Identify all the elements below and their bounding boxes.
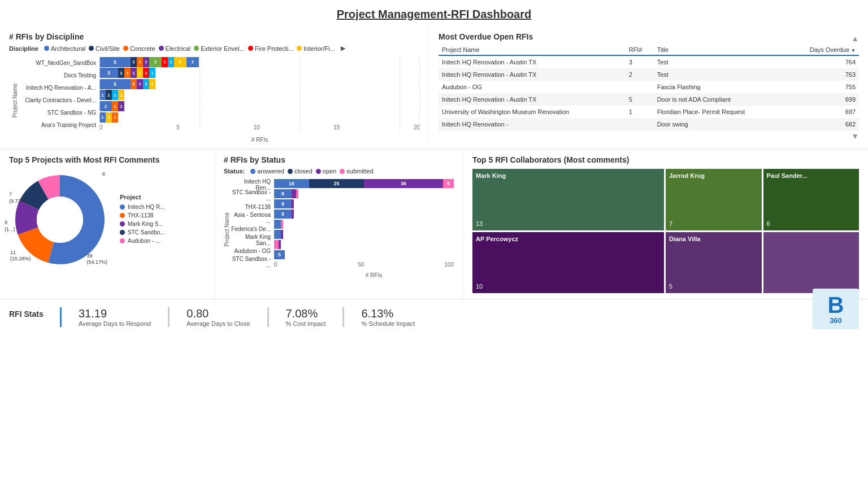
bar-label-5: Ana's Training Project xyxy=(20,119,96,131)
stat-value-respond: 31.19 xyxy=(79,307,151,320)
status-bar-6 xyxy=(274,240,454,249)
bar-row-4: 2 1 1 xyxy=(99,101,420,111)
stats-label: RFI Stats xyxy=(9,307,54,319)
scroll-up-icon[interactable]: ▲ xyxy=(851,34,859,43)
col-rfi: RFI# xyxy=(626,45,654,55)
status-bar-3: 8 xyxy=(274,210,454,219)
col-title: Title xyxy=(654,45,785,55)
stat-cost: 7.08% % Cost impact xyxy=(267,307,343,327)
collab-name-mark-king: Mark King xyxy=(476,172,506,179)
stat-value-cost: 7.08% xyxy=(286,307,326,320)
stat-close: 0.80 Average Days to Close xyxy=(168,307,267,327)
col-project: Project Name xyxy=(439,45,626,55)
bar-label-0: WT_NextGen_SandBox xyxy=(20,56,96,69)
legend-electrical: Electrical xyxy=(159,45,191,52)
stat-label-respond: Average Days to Respond xyxy=(79,320,151,327)
collab-mark-king: Mark King 13 xyxy=(472,169,664,230)
collab-jarrod-krug: Jarrod Krug 7 xyxy=(666,169,762,230)
collab-name-paul: Paul Sander... xyxy=(767,172,808,179)
discipline-section: # RFIs by Discipline Discipline Architec… xyxy=(0,27,429,149)
collab-name-jarrod: Jarrod Krug xyxy=(669,172,705,179)
table-row: Audubon - OG Fascia Flashing 755 xyxy=(439,81,859,93)
bar-label-1: Docs Testing xyxy=(20,69,96,81)
discipline-title: # RFIs by Discipline xyxy=(9,32,420,41)
y-axis-label: Project Name xyxy=(12,84,18,118)
b360-logo: B 360 xyxy=(813,289,859,329)
top5-title: Top 5 Projects with Most RFI Comments xyxy=(9,155,205,164)
legend-fire: Fire Protecti... xyxy=(248,45,293,52)
collab-name-ap: AP Percowycz xyxy=(476,236,518,242)
bar-row-2: 5 1 1 1 1 xyxy=(99,79,420,89)
stat-label-close: Average Days to Close xyxy=(186,320,250,327)
table-row: Initech HQ Renovation - Door swing 682 xyxy=(439,118,859,130)
page-title: Project Management-RFI Dashboard xyxy=(0,0,868,27)
bar-label-2: Initech HQ Renovation - A... xyxy=(20,81,96,94)
status-bar-4 xyxy=(274,220,454,229)
bar-row-1: 3 1 1 1 1 1 1 xyxy=(99,68,420,78)
collab-grid: Mark King 13 Jarrod Krug 7 Paul Sander..… xyxy=(472,169,859,293)
bar-row-5: 1 1 1 xyxy=(99,112,420,123)
legend-civilsite: Civil/Site xyxy=(89,45,120,52)
legend-architectural: Architectural xyxy=(44,45,85,52)
legend-exterior: Exterior Envel... xyxy=(194,45,245,52)
bar-label-3: Clarity Contractors - Devel... xyxy=(20,94,96,106)
stat-label-schedule: % Schedule Impact xyxy=(361,320,415,327)
collab-title: Top 5 RFI Collaborators (Most comments) xyxy=(472,155,859,164)
col-days: Days Overdue ▼ xyxy=(785,45,859,55)
donut-chart: 6 7(9.72%) 9(1...) 11(15.28%) 39(54.17%) xyxy=(9,169,111,271)
collab-name-diana: Diana Villa xyxy=(669,236,700,242)
donut-legend: Project Initech HQ R... THX-1138 Mark Ki… xyxy=(120,194,165,246)
collab-count-paul: 6 xyxy=(767,220,856,227)
top5-comments-section: Top 5 Projects with Most RFI Comments xyxy=(0,149,215,299)
scroll-right-icon[interactable]: ▶ xyxy=(341,45,345,52)
table-row: University of Washington Museum Renovati… xyxy=(439,106,859,118)
overdue-title: Most Overdue Open RFIs xyxy=(439,32,533,41)
legend-interior: Interior/Fi... xyxy=(297,45,335,52)
status-title: # RFIs by Status xyxy=(224,155,454,164)
collab-count-ap: 10 xyxy=(476,283,661,290)
status-y-axis-label: Project Name xyxy=(224,212,230,247)
collab-diana: Diana Villa 5 xyxy=(666,232,762,294)
rfi-status-section: # RFIs by Status Status: answered closed… xyxy=(215,149,463,299)
discipline-legend-label: Discipline xyxy=(9,45,38,52)
table-row: Initech HQ Renovation - Austin TX 5 Door… xyxy=(439,93,859,106)
legend-concrete: Concrete xyxy=(123,45,155,52)
status-bar-1: 8 xyxy=(274,189,454,198)
overdue-rfis-section: Most Overdue Open RFIs ▲ Project Name RF… xyxy=(429,27,868,149)
collab-paul-sander: Paul Sander... 6 xyxy=(763,169,860,230)
bar-label-4: STC Sandbox - NG xyxy=(20,106,96,119)
overdue-table: Project Name RFI# Title Days Overdue ▼ I… xyxy=(439,45,859,130)
status-bar-7: 5 xyxy=(274,250,454,259)
bar-row-0: 5 1 1 1 2 1 1 2 2 xyxy=(99,57,420,67)
stat-respond: 31.19 Average Days to Respond xyxy=(60,307,168,327)
top5-collab-section: Top 5 RFI Collaborators (Most comments) … xyxy=(463,149,868,299)
collab-count-diana: 5 xyxy=(669,283,758,290)
stat-value-schedule: 6.13% xyxy=(361,307,415,320)
svg-point-5 xyxy=(37,197,83,243)
stat-label-cost: % Cost impact xyxy=(286,320,326,327)
bar-row-3: 1 1 1 1 xyxy=(99,90,420,100)
table-row: Initech HQ Renovation - Austin TX 3 Test… xyxy=(439,55,859,68)
scroll-down-icon[interactable]: ▼ xyxy=(851,132,859,141)
table-row: Initech HQ Renovation - Austin TX 2 Test… xyxy=(439,68,859,81)
collab-ap: AP Percowycz 10 xyxy=(472,232,664,294)
stat-value-close: 0.80 xyxy=(186,307,250,320)
stat-schedule: 6.13% % Schedule Impact xyxy=(342,307,432,327)
status-bar-2: 8 xyxy=(274,199,454,208)
collab-count-mark-king: 13 xyxy=(476,220,661,227)
status-bar-5 xyxy=(274,230,454,239)
status-legend: Status: answered closed open submitted xyxy=(224,168,454,175)
status-bar-0: 16 25 36 5 xyxy=(274,179,454,188)
collab-count-jarrod: 7 xyxy=(669,220,758,227)
discipline-legend: Discipline Architectural Civil/Site Conc… xyxy=(9,45,420,52)
